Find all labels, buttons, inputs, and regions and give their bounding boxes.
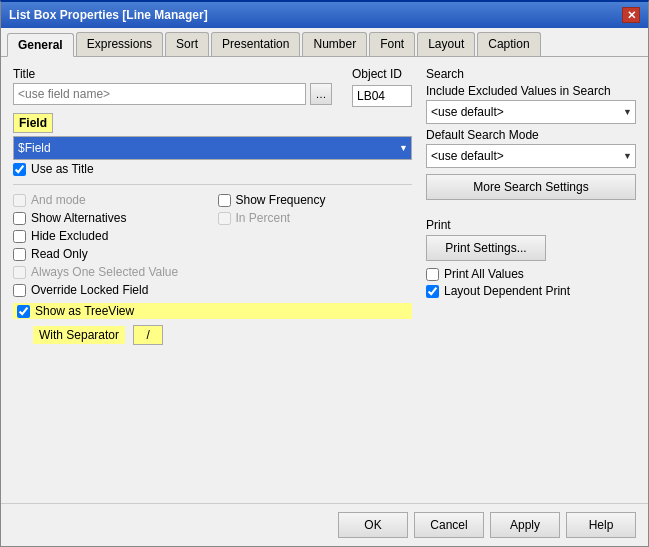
print-all-values-label: Print All Values: [444, 267, 524, 281]
show-treeview-row: Show as TreeView: [13, 303, 412, 319]
layout-dependent-checkbox[interactable]: [426, 285, 439, 298]
right-panel: Search Include Excluded Values in Search…: [426, 67, 636, 493]
always-one-label: Always One Selected Value: [31, 265, 178, 279]
tab-presentation[interactable]: Presentation: [211, 32, 300, 56]
override-locked-label: Override Locked Field: [31, 283, 148, 297]
main-window: List Box Properties [Line Manager] ✕ Gen…: [0, 0, 649, 547]
show-treeview-label: Show as TreeView: [35, 304, 134, 318]
in-percent-label: In Percent: [236, 211, 291, 225]
separator-input[interactable]: [133, 325, 163, 345]
tab-caption[interactable]: Caption: [477, 32, 540, 56]
title-input[interactable]: [13, 83, 306, 105]
cancel-button[interactable]: Cancel: [414, 512, 484, 538]
print-label: Print: [426, 218, 636, 232]
print-settings-button[interactable]: Print Settings...: [426, 235, 546, 261]
show-treeview-checkbox[interactable]: [17, 305, 30, 318]
help-button[interactable]: Help: [566, 512, 636, 538]
tab-number[interactable]: Number: [302, 32, 367, 56]
tab-sort[interactable]: Sort: [165, 32, 209, 56]
show-frequency-label: Show Frequency: [236, 193, 326, 207]
field-section: Field $Field Use as Title: [13, 113, 412, 176]
object-id-label: Object ID: [352, 67, 412, 81]
show-alternatives-checkbox[interactable]: [13, 212, 26, 225]
default-search-mode-select[interactable]: <use default>: [426, 144, 636, 168]
search-label: Search: [426, 67, 636, 81]
print-all-values-checkbox[interactable]: [426, 268, 439, 281]
include-excluded-label: Include Excluded Values in Search: [426, 84, 636, 98]
footer: OK Cancel Apply Help: [1, 503, 648, 546]
close-button[interactable]: ✕: [622, 7, 640, 23]
field-label: Field: [13, 113, 53, 133]
separator-label: With Separator: [33, 326, 125, 344]
hide-excluded-checkbox[interactable]: [13, 230, 26, 243]
title-bar: List Box Properties [Line Manager] ✕: [1, 2, 648, 28]
show-alternatives-label: Show Alternatives: [31, 211, 126, 225]
override-locked-checkbox[interactable]: [13, 284, 26, 297]
tab-layout[interactable]: Layout: [417, 32, 475, 56]
tab-expressions[interactable]: Expressions: [76, 32, 163, 56]
checkbox-group: And mode Show Frequency Show Alternative…: [13, 193, 412, 297]
browse-button[interactable]: …: [310, 83, 332, 105]
content-area: Title … Object ID Field: [1, 57, 648, 503]
in-percent-checkbox[interactable]: [218, 212, 231, 225]
object-id-input[interactable]: [352, 85, 412, 107]
hide-excluded-label: Hide Excluded: [31, 229, 108, 243]
read-only-checkbox[interactable]: [13, 248, 26, 261]
show-frequency-checkbox[interactable]: [218, 194, 231, 207]
search-section: Search Include Excluded Values in Search…: [426, 67, 636, 200]
tab-general[interactable]: General: [7, 33, 74, 57]
default-search-mode-label: Default Search Mode: [426, 128, 636, 142]
title-label: Title: [13, 67, 332, 81]
and-mode-label: And mode: [31, 193, 86, 207]
use-as-title-checkbox[interactable]: [13, 163, 26, 176]
field-select[interactable]: $Field: [13, 136, 412, 160]
read-only-label: Read Only: [31, 247, 88, 261]
include-excluded-select[interactable]: <use default>: [426, 100, 636, 124]
window-title: List Box Properties [Line Manager]: [9, 8, 208, 22]
and-mode-checkbox[interactable]: [13, 194, 26, 207]
left-panel: Title … Object ID Field: [13, 67, 412, 493]
separator-row: With Separator: [33, 325, 412, 345]
ok-button[interactable]: OK: [338, 512, 408, 538]
always-one-checkbox[interactable]: [13, 266, 26, 279]
tab-font[interactable]: Font: [369, 32, 415, 56]
print-section: Print Print Settings... Print All Values…: [426, 218, 636, 298]
use-as-title-label: Use as Title: [31, 162, 94, 176]
layout-dependent-label: Layout Dependent Print: [444, 284, 570, 298]
more-search-settings-button[interactable]: More Search Settings: [426, 174, 636, 200]
apply-button[interactable]: Apply: [490, 512, 560, 538]
tabs-bar: General Expressions Sort Presentation Nu…: [1, 28, 648, 57]
